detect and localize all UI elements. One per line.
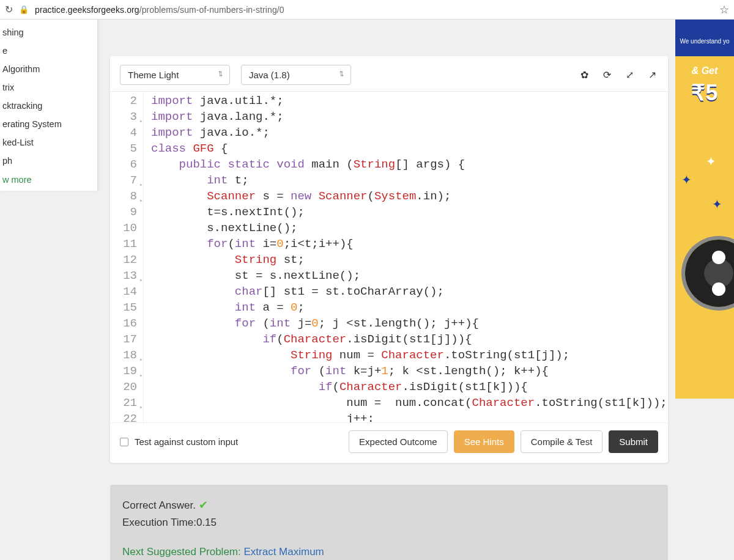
language-select[interactable]: Java (1.8) [241,65,351,85]
editor-footer: Test against custom input Expected Outco… [110,422,668,463]
show-more-link[interactable]: w more [0,170,97,190]
result-exec-time: Execution Time:0.15 [122,514,656,531]
confetti-icon: ✦ [681,172,692,187]
editor-panel: Theme Light Java (1.8) ✿ ⟳ ⤢ ↗ 234567891… [110,56,668,463]
result-panel: Correct Answer. ✔ Execution Time:0.15 Ne… [110,485,668,560]
topic-sidebar: shinge Algorithmtrixcktrackingerating Sy… [0,20,98,191]
sidebar-item[interactable]: erating System [0,115,97,133]
sidebar-item[interactable]: Algorithm [0,60,97,78]
confetti-icon: ✦ [706,154,716,169]
settings-gear-icon[interactable]: ✿ [579,68,590,82]
sidebar-item[interactable]: cktracking [0,97,97,115]
url-text[interactable]: practice.geeksforgeeks.org/problems/sum-… [35,5,713,15]
bookmark-star-icon[interactable]: ☆ [719,3,729,17]
compile-test-button[interactable]: Compile & Test [521,430,603,453]
lock-icon: 🔒 [19,5,29,14]
ad-banner[interactable]: We understand yo & Get ₹5 ✦ ✦ ✦ [675,20,734,399]
fullscreen-icon[interactable]: ⤢ [624,68,636,82]
expected-outcome-button[interactable]: Expected Outcome [349,430,448,453]
sidebar-item[interactable]: e [0,42,97,60]
film-reel-icon [685,240,734,307]
see-hints-button[interactable]: See Hints [454,430,514,453]
sidebar-item[interactable]: trix [0,78,97,97]
next-problem: Next Suggested Problem: Extract Maximum [122,546,656,558]
submit-button[interactable]: Submit [609,430,658,453]
code-editor[interactable]: 23456789101112131415161718192021222324 i… [110,91,668,422]
editor-toolbar: Theme Light Java (1.8) ✿ ⟳ ⤢ ↗ [110,56,668,91]
reload-icon[interactable]: ↻ [5,4,13,15]
next-problem-link[interactable]: Extract Maximum [243,546,324,558]
address-bar: ↻ 🔒 practice.geeksforgeeks.org/problems/… [0,0,734,20]
sidebar-item[interactable]: ked-List [0,133,97,152]
ad-price: ₹5 [675,76,734,106]
theme-select[interactable]: Theme Light [120,65,230,85]
checkmark-icon: ✔ [199,499,208,511]
sidebar-item[interactable]: shing [0,23,97,42]
custom-input-checkbox[interactable] [120,438,128,446]
reset-icon[interactable]: ⟳ [601,68,613,82]
ad-get: & Get [675,47,734,76]
sidebar-item[interactable]: ph [0,152,97,170]
result-correct: Correct Answer. ✔ [122,496,656,514]
custom-input-label: Test against custom input [135,437,343,447]
expand-icon[interactable]: ↗ [647,68,658,82]
ad-tagline: We understand yo [675,20,734,47]
confetti-icon: ✦ [712,197,722,212]
